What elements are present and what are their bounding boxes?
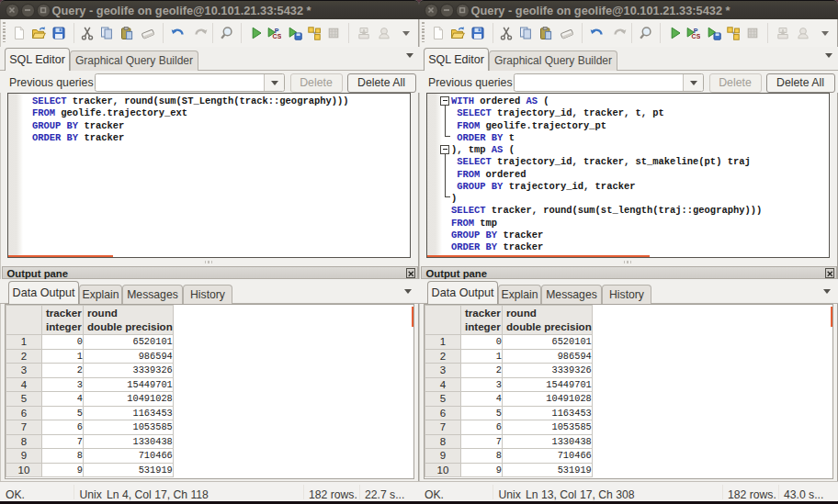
svg-text:CS: CS xyxy=(273,33,281,39)
svg-text:CS: CS xyxy=(692,33,700,39)
